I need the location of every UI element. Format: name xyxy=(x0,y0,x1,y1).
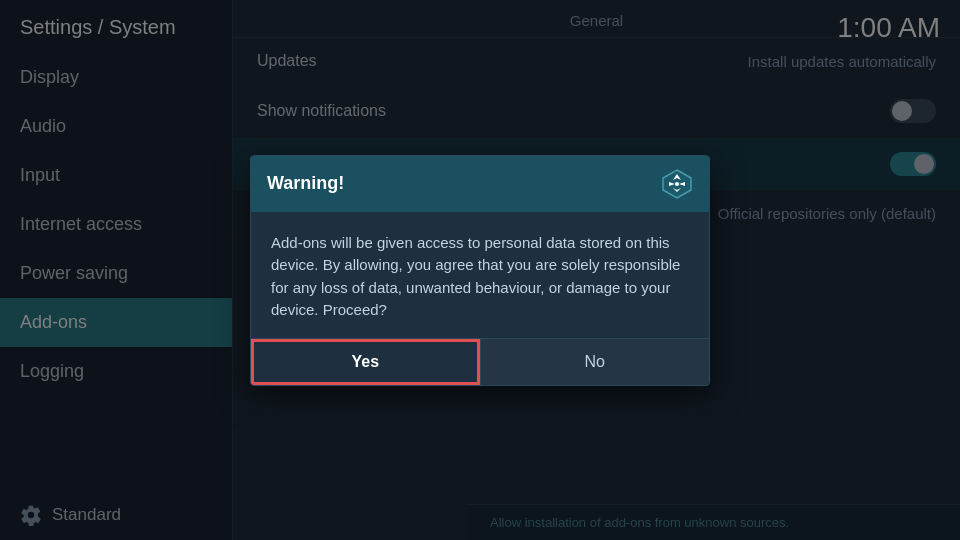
modal-title: Warning! xyxy=(267,173,344,194)
modal-footer: Yes No xyxy=(251,338,709,385)
yes-button[interactable]: Yes xyxy=(251,339,480,385)
kodi-logo-icon xyxy=(661,168,693,200)
warning-modal: Warning! Add-ons will be given access to… xyxy=(250,155,710,386)
svg-point-5 xyxy=(675,182,679,186)
modal-body: Add-ons will be given access to personal… xyxy=(251,212,709,338)
no-button[interactable]: No xyxy=(481,339,710,385)
modal-header: Warning! xyxy=(251,156,709,212)
modal-overlay: Warning! Add-ons will be given access to… xyxy=(0,0,960,540)
modal-message: Add-ons will be given access to personal… xyxy=(271,234,680,319)
